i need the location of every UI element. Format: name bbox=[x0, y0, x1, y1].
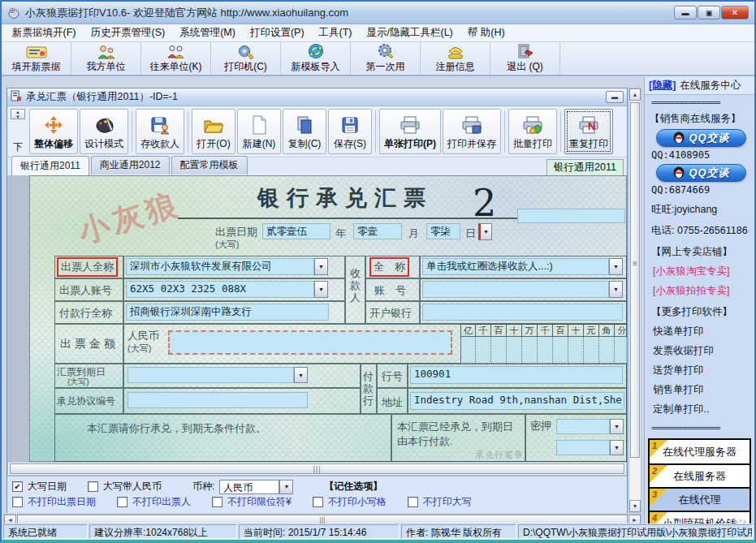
grid-digit-cell[interactable] bbox=[522, 337, 538, 364]
no-print-drawer-checkbox[interactable] bbox=[117, 497, 127, 507]
grid-digit-cell[interactable] bbox=[553, 337, 568, 364]
drawer-name-dropdown[interactable] bbox=[314, 258, 328, 275]
print-single-button[interactable]: 单张打印(P) bbox=[379, 109, 441, 154]
copy-button[interactable]: 复制(C) bbox=[283, 109, 326, 154]
rank-row-1[interactable]: 1 在线代理服务器 bbox=[650, 440, 750, 463]
scroll-up-icon[interactable]: ▲ bbox=[629, 88, 641, 101]
toolbar-template-import-button[interactable]: 新模板导入 bbox=[281, 42, 351, 75]
menu-history[interactable]: 历史开票管理(S) bbox=[83, 24, 172, 41]
toolbar-exit-button[interactable]: 退出 (Q) bbox=[490, 42, 560, 75]
qq-chat-button-1[interactable]: QQ交谈 bbox=[656, 129, 746, 147]
design-mode-button[interactable]: 设计模式 bbox=[80, 109, 128, 154]
toolbar-partners-button[interactable]: 往来单位(K) bbox=[141, 42, 211, 75]
taobao-shop-link[interactable]: [小灰狼淘宝专卖] bbox=[653, 265, 754, 278]
menu-tools[interactable]: 工具(T) bbox=[312, 24, 360, 41]
scroll-down-icon[interactable]: ▼ bbox=[629, 500, 641, 512]
menu-help[interactable]: 帮 助(H) bbox=[460, 24, 512, 41]
issue-month-field[interactable]: 零壹 bbox=[353, 223, 402, 239]
tab-template-config[interactable]: 配置常用模板 bbox=[171, 156, 248, 175]
toolbar-printer-button[interactable]: 打印机(C) bbox=[211, 42, 281, 75]
sales-print-link[interactable]: 销售单打印 bbox=[653, 383, 754, 397]
delivery-print-link[interactable]: 送货单打印 bbox=[653, 364, 754, 377]
due-date-dropdown[interactable] bbox=[294, 367, 308, 383]
grid-digit-cell[interactable] bbox=[538, 337, 553, 364]
grid-digit-cell[interactable] bbox=[491, 337, 507, 364]
secret-code-dropdown-2[interactable] bbox=[610, 440, 624, 455]
currency-select[interactable]: 人民币 bbox=[219, 480, 293, 494]
scrollbar-thumb[interactable]: ||| bbox=[10, 463, 624, 474]
paipai-shop-link[interactable]: [小灰狼拍拍专卖] bbox=[653, 284, 754, 298]
scrollbar-thumb[interactable] bbox=[630, 102, 640, 458]
toolbar-first-time-button[interactable]: 第一次用 bbox=[351, 42, 421, 75]
payee-account-dropdown[interactable] bbox=[609, 281, 623, 298]
nudge-control[interactable]: ▲▼ 下 bbox=[9, 109, 27, 154]
menu-new-ticket[interactable]: 新票据填开(F) bbox=[5, 24, 83, 41]
payee-name-field[interactable]: 单击我或红圈选择收款人...:) bbox=[422, 258, 609, 275]
nudge-up-icon[interactable]: ▲▼ bbox=[11, 109, 25, 119]
open-button[interactable]: 打开(O) bbox=[192, 109, 235, 154]
drawer-account-dropdown[interactable] bbox=[314, 281, 328, 298]
print-repeat-button[interactable]: N 重复打印 bbox=[564, 109, 613, 154]
drawer-bank-field[interactable]: 招商银行深圳深南中路支行 bbox=[126, 304, 329, 321]
secret-code-dropdown-1[interactable] bbox=[610, 419, 624, 434]
no-print-smallgrid-checkbox[interactable] bbox=[313, 497, 323, 507]
rank-row-3[interactable]: 3 在线代理 bbox=[650, 487, 750, 511]
due-date-field[interactable] bbox=[127, 367, 294, 383]
print-save-button[interactable]: 打印并保存 bbox=[443, 109, 501, 154]
save-payee-button[interactable]: 存收款人 bbox=[136, 109, 184, 154]
remember-options-button[interactable]: 【记住选项】 bbox=[324, 480, 382, 493]
rank-row-2[interactable]: 2 在线服务器 bbox=[650, 463, 750, 487]
bank-code-field[interactable]: 100901 bbox=[410, 366, 623, 384]
no-print-date-checkbox[interactable] bbox=[12, 497, 23, 507]
print-batch-button[interactable]: 批量打印 bbox=[508, 109, 557, 154]
restore-button[interactable]: ▣ bbox=[698, 6, 720, 19]
menu-print-settings[interactable]: 打印设置(P) bbox=[243, 24, 312, 41]
invoice-print-link[interactable]: 发票收据打印 bbox=[653, 344, 754, 358]
date-dropdown-button[interactable] bbox=[478, 223, 492, 240]
grid-digit-cell[interactable] bbox=[460, 337, 476, 364]
grid-digit-cell[interactable] bbox=[476, 337, 491, 364]
uppercase-rmb-checkbox[interactable] bbox=[88, 481, 98, 492]
secret-code-field-2[interactable] bbox=[556, 440, 610, 455]
no-print-limiter-checkbox[interactable] bbox=[212, 497, 222, 507]
grid-digit-cell[interactable] bbox=[615, 337, 627, 364]
ticket-number-field[interactable] bbox=[517, 209, 625, 223]
tab-commercial-2012[interactable]: 商业通用2012 bbox=[91, 156, 170, 175]
grid-digit-cell[interactable] bbox=[584, 337, 599, 364]
secret-code-field-1[interactable] bbox=[556, 419, 610, 434]
issue-year-field[interactable]: 贰零壹伍 bbox=[262, 223, 330, 239]
issue-day-field[interactable]: 零柒 bbox=[426, 223, 460, 239]
tab-bank-2011[interactable]: 银行通用2011 bbox=[11, 156, 89, 175]
menu-toggle-toolbar[interactable]: 显示/隐藏工具栏(L) bbox=[360, 24, 460, 41]
agreement-field[interactable] bbox=[127, 392, 308, 408]
payee-name-dropdown[interactable] bbox=[609, 258, 623, 275]
no-print-uppercase-checkbox[interactable] bbox=[408, 497, 418, 507]
bank-addr-field[interactable]: Indestry Road 9th,nanshan Dist,She bbox=[410, 392, 624, 410]
offset-button[interactable]: 整体偏移 bbox=[29, 109, 78, 154]
toolbar-new-ticket-button[interactable]: 填开新票据 bbox=[2, 42, 71, 75]
custom-print-link[interactable]: 定制单打印.. bbox=[653, 403, 754, 416]
grid-digit-cell[interactable] bbox=[507, 337, 522, 364]
express-print-link[interactable]: 快递单打印 bbox=[653, 325, 754, 338]
menu-system[interactable]: 系统管理(M) bbox=[172, 24, 243, 41]
payee-bank-field[interactable] bbox=[422, 304, 623, 321]
payee-account-field[interactable] bbox=[422, 281, 609, 298]
amount-words-field[interactable] bbox=[168, 330, 452, 355]
drawer-name-label[interactable]: 出票人全称 bbox=[57, 257, 118, 277]
grid-digit-cell[interactable] bbox=[568, 337, 584, 364]
toolbar-register-info-button[interactable]: 注册信息 bbox=[421, 42, 490, 75]
drawer-name-field[interactable]: 深圳市小灰狼软件发展有限公司 bbox=[126, 258, 314, 275]
qq-chat-button-2[interactable]: QQ交谈 bbox=[656, 164, 746, 182]
close-button[interactable]: ✕ bbox=[721, 6, 749, 19]
currency-dropdown-icon[interactable] bbox=[279, 480, 293, 494]
drawer-account-field[interactable]: 62X5 02X3 2325 088X bbox=[126, 281, 314, 298]
save-button[interactable]: 保存(S) bbox=[328, 109, 372, 154]
mdi-vertical-scrollbar[interactable]: ▲ ▼ bbox=[629, 88, 642, 513]
new-button[interactable]: 新建(N) bbox=[237, 109, 281, 154]
grid-digit-cell[interactable] bbox=[599, 337, 615, 364]
bill-horizontal-scrollbar[interactable]: ||| bbox=[7, 462, 627, 476]
minimize-button[interactable]: ▬ bbox=[674, 6, 697, 19]
toolbar-my-company-button[interactable]: 我方单位 bbox=[71, 42, 141, 75]
child-minimize-button[interactable]: ▬ bbox=[606, 91, 624, 103]
payee-name-label[interactable]: 全 称 bbox=[369, 257, 409, 277]
